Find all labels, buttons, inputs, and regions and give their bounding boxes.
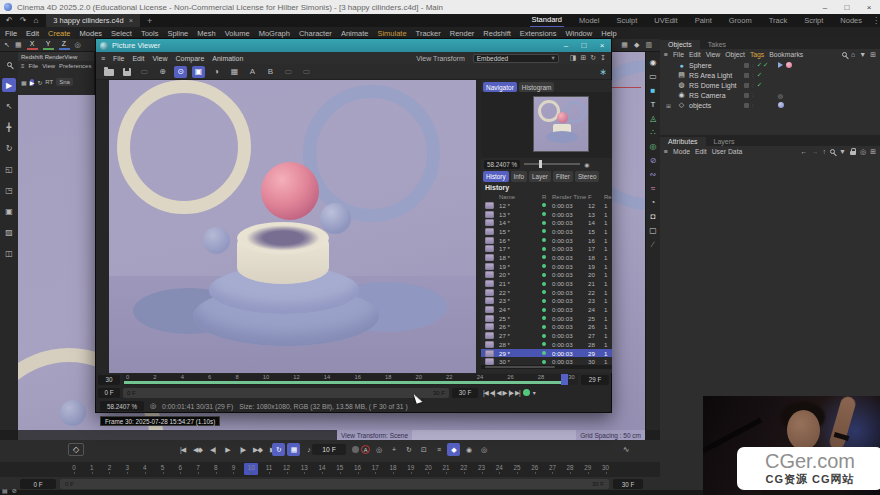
layout-tab-standard[interactable]: Standard — [530, 14, 564, 28]
next-frame-icon[interactable]: |▶ — [236, 443, 249, 456]
spline-pen-icon[interactable]: ◉ — [650, 58, 657, 67]
scale-tool-icon[interactable]: ◱ — [2, 162, 16, 176]
expand-icon[interactable]: ⊞ — [666, 102, 674, 109]
tab-layer[interactable]: Layer — [529, 171, 551, 182]
search-icon[interactable] — [842, 52, 847, 57]
menu-select[interactable]: Select — [111, 29, 132, 38]
filter-icon[interactable]: ▼ — [839, 148, 846, 155]
refresh-icon[interactable]: ↻ — [590, 54, 596, 62]
layer-chip[interactable] — [744, 73, 749, 78]
history-row[interactable]: 13 *0:00:03131 — [481, 210, 612, 219]
spline-wrap-icon[interactable]: ∾ — [650, 170, 657, 179]
pv-range-start-box[interactable]: 0 F — [98, 388, 120, 398]
minimize-button[interactable]: – — [814, 3, 836, 12]
play-rate-icon[interactable]: ▦ — [287, 443, 300, 456]
record-rotation-icon[interactable]: ↻ — [402, 443, 415, 456]
object-row-rs-camera[interactable]: ◉RS Camera:◎ — [660, 90, 880, 100]
lock-icon[interactable] — [850, 148, 856, 155]
loop-playback-icon[interactable]: ↻ — [272, 443, 285, 456]
redo-icon[interactable]: ↷ — [20, 16, 27, 25]
attributes-menu-edit[interactable]: Edit — [695, 148, 707, 155]
history-row[interactable]: 19 *0:00:03191 — [481, 262, 612, 271]
visibility-dots-icon[interactable]: : — [752, 82, 754, 88]
menu-simulate[interactable]: Simulate — [377, 29, 406, 38]
menu-spline[interactable]: Spline — [167, 29, 188, 38]
tab-close-icon[interactable]: × — [129, 16, 133, 25]
layer-manager-icon[interactable]: ▤ — [2, 487, 8, 494]
mograph-effector-icon[interactable]: ≈ — [651, 184, 655, 193]
search-icon[interactable] — [830, 149, 835, 154]
menu-file[interactable]: File — [5, 29, 17, 38]
tab-filter[interactable]: Filter — [553, 171, 573, 182]
timeline-range-start-box[interactable]: 0 F — [20, 479, 56, 489]
history-row[interactable]: 27 *0:00:03271 — [481, 331, 612, 340]
next-frame-icon[interactable]: |▶ — [508, 389, 513, 397]
pan-tool-icon[interactable]: ⊙ — [174, 66, 187, 78]
phong-tag-icon[interactable] — [778, 62, 783, 68]
objects-menu-view[interactable]: View — [706, 51, 721, 58]
tab-info[interactable]: Info — [511, 171, 528, 182]
generator-icon[interactable]: ◎ — [650, 142, 657, 151]
new-tab-button[interactable]: + — [140, 16, 159, 26]
pv-menu-compare[interactable]: Compare — [175, 55, 204, 62]
history-row[interactable]: 28 *0:00:03281 — [481, 340, 612, 349]
workplane-snap-icon[interactable]: ▦ — [15, 41, 22, 49]
history-row[interactable]: 29 *0:00:03291 — [481, 349, 612, 358]
axis-lock-z[interactable]: Z — [59, 40, 70, 50]
menu-extensions[interactable]: Extensions — [520, 29, 557, 38]
pv-zoom-value[interactable]: 58.2407 % — [100, 401, 144, 411]
layout-tab-paint[interactable]: Paint — [693, 15, 714, 27]
panel-tab-layers[interactable]: Layers — [706, 137, 743, 146]
annotation-pen-icon[interactable]: ∕ — [652, 240, 653, 249]
enabled-check-icon[interactable]: ✓ — [757, 81, 775, 89]
object-mode-icon[interactable]: ▣ — [2, 204, 16, 218]
keyframe-selection-icon[interactable]: ◎ — [372, 443, 385, 456]
tab-history[interactable]: History — [483, 171, 509, 182]
menu-create[interactable]: Create — [48, 29, 71, 38]
cube-primitive-icon[interactable]: ■ — [651, 86, 656, 95]
popout-icon[interactable]: ⊞ — [870, 51, 876, 59]
home-icon[interactable]: ⌂ — [33, 16, 38, 25]
object-row-rs-dome-light[interactable]: ◍RS Dome Light:✓ — [660, 80, 880, 90]
autokeying-button[interactable]: A — [361, 445, 370, 454]
full-image-icon[interactable]: ▭ — [138, 66, 151, 78]
spline-rectangle-icon[interactable]: ▭ — [649, 72, 657, 81]
previous-key-icon[interactable]: ◀◆ — [191, 443, 204, 456]
filter-icon[interactable]: ▼ — [859, 51, 866, 58]
play-backward-icon[interactable]: ◀ — [496, 389, 500, 397]
compare-ab-icon[interactable]: ◑ — [210, 66, 223, 78]
maximize-button[interactable]: □ — [836, 3, 858, 12]
layout-tab-model[interactable]: Model — [577, 15, 601, 27]
keyframe-presets-icon[interactable]: ◉ — [462, 443, 475, 456]
text-object-icon[interactable]: T — [651, 100, 656, 109]
objects-menu-bookmarks[interactable]: Bookmarks — [769, 51, 803, 58]
track-icon[interactable]: ◎ — [860, 148, 866, 156]
menu-edit[interactable]: Edit — [26, 29, 39, 38]
history-row[interactable]: 12 *0:00:03121 — [481, 201, 612, 210]
renderview-menu-file[interactable]: File — [29, 63, 39, 69]
material-tag-icon[interactable] — [778, 102, 784, 108]
menu-mograph[interactable]: MoGraph — [259, 29, 290, 38]
layout-tab-uvedit[interactable]: UVEdit — [652, 15, 679, 27]
layout-tab-track[interactable]: Track — [767, 15, 789, 27]
material-manager-icon[interactable]: ▥ — [645, 41, 652, 49]
subdivision-surface-icon[interactable]: ◬ — [650, 114, 656, 123]
display-channel-icon[interactable]: ◨ — [570, 54, 577, 62]
camera-icon[interactable]: ◘ — [651, 212, 656, 221]
start-ipr-icon[interactable]: ▶ — [30, 79, 35, 86]
pv-end-frame-box[interactable]: 30 F — [452, 388, 478, 398]
deformer-icon[interactable]: ⊘ — [650, 156, 657, 165]
save-image-icon[interactable] — [120, 66, 133, 78]
history-row[interactable]: 15 *0:00:03151 — [481, 227, 612, 236]
layer-chip[interactable] — [744, 83, 749, 88]
menu-tracker[interactable]: Tracker — [416, 29, 441, 38]
menu-window[interactable]: Window — [566, 29, 593, 38]
layer-chip[interactable] — [744, 103, 749, 108]
pv-menu-animation[interactable]: Animation — [212, 55, 243, 62]
objects-menu-tags[interactable]: Tags — [750, 51, 764, 58]
timeline-range-end-box[interactable]: 30 F — [613, 479, 643, 489]
fcurve-button[interactable]: ∿ — [619, 443, 633, 456]
play-icon[interactable]: ▶ — [221, 443, 234, 456]
fit-to-view-icon[interactable]: ⊞ — [580, 54, 586, 62]
object-row-sphere[interactable]: ●Sphere:✓✓ — [660, 60, 880, 70]
